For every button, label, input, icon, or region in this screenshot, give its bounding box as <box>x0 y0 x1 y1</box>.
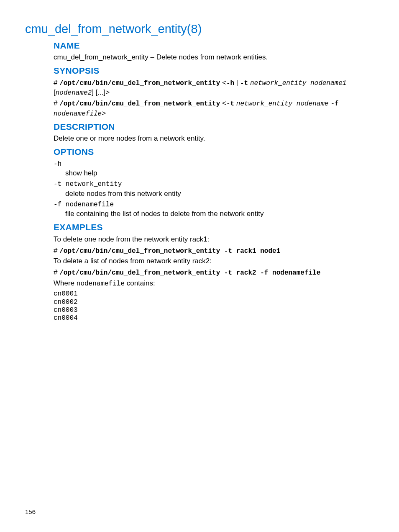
br-close: ] [...]> <box>92 88 110 96</box>
option-term: -t network_entity <box>54 180 374 189</box>
heading-options: OPTIONS <box>54 146 374 158</box>
cmd-path: /opt/cmu/bin/cmu_del_from_network_entity <box>59 100 220 108</box>
option-desc: show help <box>65 169 374 178</box>
arg-entity-node1: network_entity nodename1 <box>250 80 346 87</box>
gt: > <box>102 109 106 117</box>
example-intro-1: To delete one node from the network enti… <box>54 235 374 244</box>
arg-nodenamefile: nodenamefile <box>54 110 102 118</box>
example-cmd-1: # /opt/cmu/bin/cmu_del_from_network_enti… <box>54 246 374 256</box>
synopsis-line-2: # /opt/cmu/bin/cmu_del_from_network_enti… <box>54 99 374 118</box>
pipe: | <box>234 79 240 87</box>
heading-examples: EXAMPLES <box>54 221 374 233</box>
page-title: cmu_del_from_network_entity(8) <box>25 21 374 37</box>
where-pre: Where <box>54 279 77 287</box>
opt-f: -f <box>330 100 338 108</box>
opt-t: -t <box>226 100 234 108</box>
where-post: contains: <box>125 279 155 287</box>
page-number: 156 <box>25 508 36 516</box>
hash-prompt: # <box>54 99 59 107</box>
content-body: NAME cmu_del_from_network_entity – Delet… <box>54 40 374 322</box>
example-intro-2: To delete a list of nodes from network e… <box>54 257 374 266</box>
option-desc: delete nodes from this network entity <box>65 189 374 199</box>
cmd-text: /opt/cmu/bin/cmu_del_from_network_entity… <box>59 247 280 255</box>
opt-h: -h <box>226 80 234 87</box>
opt-t: -t <box>240 80 248 87</box>
synopsis-line-1: # /opt/cmu/bin/cmu_del_from_network_enti… <box>54 78 374 98</box>
arg-node2: nodename2 <box>56 89 92 97</box>
arg-entity-node: network_entity nodename <box>236 100 329 108</box>
heading-synopsis: SYNOPSIS <box>54 65 374 77</box>
name-text: cmu_del_from_network_entity – Delete nod… <box>54 53 374 62</box>
hash-prompt: # <box>54 79 59 87</box>
option-desc: file containing the list of nodes to del… <box>65 209 374 219</box>
lt: < <box>220 79 226 87</box>
heading-name: NAME <box>54 40 374 51</box>
heading-description: DESCRIPTION <box>54 121 374 133</box>
lt: < <box>220 99 226 107</box>
hash-prompt: # <box>54 247 59 254</box>
example-where: Where nodenamefile contains: <box>54 279 374 289</box>
example-cmd-2: # /opt/cmu/bin/cmu_del_from_network_enti… <box>54 268 374 278</box>
cmd-path: /opt/cmu/bin/cmu_del_from_network_entity <box>59 80 220 87</box>
option-term: -h <box>54 160 374 169</box>
option-term: -f nodenamefile <box>54 200 374 210</box>
description-text: Delete one or more nodes from a network … <box>54 134 374 144</box>
cmd-text: /opt/cmu/bin/cmu_del_from_network_entity… <box>59 269 320 277</box>
example-file-contents: cn0001 cn0002 cn0003 cn0004 <box>54 290 374 322</box>
hash-prompt: # <box>54 268 59 276</box>
where-code: nodenamefile <box>77 280 125 288</box>
